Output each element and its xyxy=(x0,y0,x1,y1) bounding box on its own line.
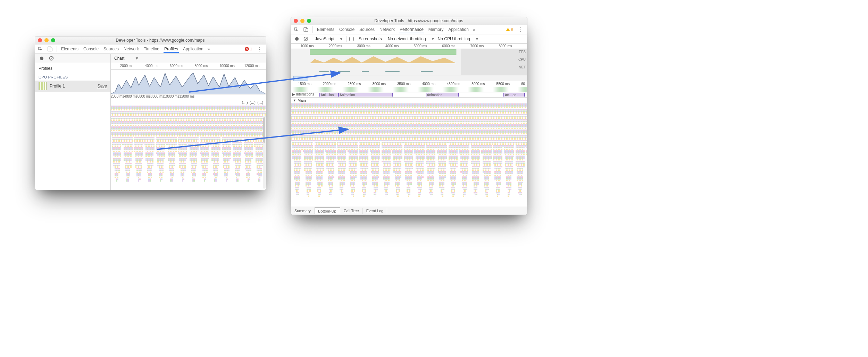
language-selector[interactable]: JavaScript▼ xyxy=(315,36,343,41)
separator xyxy=(312,36,312,42)
menu-kebab-icon[interactable]: ⋮ xyxy=(256,46,264,52)
close-icon[interactable] xyxy=(38,38,42,42)
zoom-thumb[interactable] xyxy=(293,76,308,81)
collapse-icon[interactable]: ▼ xyxy=(293,99,296,102)
interactions-label: Interactions xyxy=(296,92,314,96)
screenshots-checkbox[interactable] xyxy=(349,37,354,41)
cpu-waveform[interactable] xyxy=(111,70,266,94)
inspect-icon[interactable] xyxy=(37,46,43,52)
tab-sources[interactable]: Sources xyxy=(103,45,119,53)
device-toggle-icon[interactable] xyxy=(303,26,309,33)
tab-sources[interactable]: Sources xyxy=(359,26,375,33)
warning-count: 6 xyxy=(511,27,513,32)
inspect-icon[interactable] xyxy=(293,26,299,33)
svg-rect-10 xyxy=(310,49,456,55)
clear-icon[interactable] xyxy=(48,55,55,61)
tabs-overflow-icon[interactable]: » xyxy=(473,27,475,32)
top-row-ellipsis: (…) (…) (…) xyxy=(111,101,266,106)
animation-segment[interactable]: Animation xyxy=(338,93,393,97)
tab-summary[interactable]: Summary xyxy=(291,208,315,214)
titlebar[interactable]: Developer Tools - https://www.google.com… xyxy=(35,36,266,44)
devtools-window-new: Developer Tools - https://www.google.com… xyxy=(291,17,527,215)
animation-segment[interactable]: Animation xyxy=(426,93,459,97)
minimize-icon[interactable] xyxy=(44,38,49,42)
frames-track[interactable] xyxy=(291,87,527,92)
tabs-overflow-icon[interactable]: » xyxy=(208,47,210,51)
devtools-window-old: Developer Tools - https://www.google.com… xyxy=(35,36,266,190)
sidebar-header: Profiles xyxy=(35,63,110,74)
comparison-stage: Developer Tools - https://www.google.com… xyxy=(10,10,858,347)
tab-console[interactable]: Console xyxy=(83,45,99,53)
minimize-icon[interactable] xyxy=(300,19,304,23)
tab-network[interactable]: Network xyxy=(123,45,140,53)
maximize-icon[interactable] xyxy=(307,19,311,23)
tab-bottom-up[interactable]: Bottom-Up xyxy=(315,207,340,214)
expand-icon[interactable]: ▶ xyxy=(292,92,295,96)
view-selector[interactable]: Chart xyxy=(114,56,124,61)
profile-item[interactable]: Profile 1 Save xyxy=(35,81,110,92)
record-icon[interactable] xyxy=(294,36,300,42)
network-throttle-selector[interactable]: No network throttling▼ xyxy=(388,36,435,41)
tab-memory[interactable]: Memory xyxy=(428,26,444,33)
titlebar[interactable]: Developer Tools - https://www.google.com… xyxy=(291,17,527,25)
chevron-down-icon: ▼ xyxy=(475,36,479,41)
scrollbar-vertical[interactable] xyxy=(263,116,266,189)
profiles-sidebar: Profiles CPU PROFILES Profile 1 Save xyxy=(35,54,111,190)
tab-elements[interactable]: Elements xyxy=(316,26,335,33)
sidebar-category: CPU PROFILES xyxy=(35,74,110,81)
tab-elements[interactable]: Elements xyxy=(60,45,79,53)
tab-application[interactable]: Application xyxy=(448,26,469,33)
overview-dim xyxy=(461,49,527,75)
svg-line-4 xyxy=(50,57,53,60)
main-flame-chart[interactable] xyxy=(291,103,527,207)
overview-pane[interactable]: 1000 ms2000 ms3000 ms4000 ms5000 ms6000 … xyxy=(291,44,527,75)
animation-segment[interactable]: An…on xyxy=(503,93,525,97)
animation-segment[interactable]: Ani…ion xyxy=(319,93,339,97)
tab-application[interactable]: Application xyxy=(182,45,204,53)
tab-network[interactable]: Network xyxy=(379,26,395,33)
tab-console[interactable]: Console xyxy=(339,26,355,33)
profile-main: Chart ▼ 2000 ms4000 ms6000 ms8000 ms1000… xyxy=(111,54,266,190)
zoom-scrollbar[interactable] xyxy=(291,75,527,81)
frame-ruler: 1500 ms2000 ms2500 ms3000 ms3500 ms4000 … xyxy=(291,81,527,87)
overview-ruler: 1000 ms2000 ms3000 ms4000 ms5000 ms6000 … xyxy=(291,44,527,49)
error-count: 1 xyxy=(250,47,252,51)
tab-timeline[interactable]: Timeline xyxy=(143,45,160,53)
warning-icon xyxy=(506,28,510,31)
tab-performance[interactable]: Performance xyxy=(399,26,424,33)
separator xyxy=(385,36,385,42)
warning-badge[interactable]: 6 xyxy=(506,27,513,32)
svg-rect-1 xyxy=(50,48,52,51)
error-badge[interactable]: ✕ 1 xyxy=(245,47,252,51)
screenshots-toggle[interactable]: Screenshots xyxy=(349,36,382,41)
profile-icon xyxy=(39,82,47,90)
error-icon: ✕ xyxy=(245,47,249,51)
window-title: Developer Tools - https://www.google.com… xyxy=(57,38,263,43)
interactions-track[interactable]: ▶ Interactions Ani…ionAnimationAnimation… xyxy=(291,92,527,98)
chevron-down-icon: ▼ xyxy=(431,36,435,41)
separator xyxy=(57,46,57,52)
device-toggle-icon[interactable] xyxy=(47,46,53,52)
flame-chart[interactable] xyxy=(111,106,266,190)
save-link[interactable]: Save xyxy=(98,84,107,89)
record-icon[interactable] xyxy=(39,55,45,61)
chevron-down-icon[interactable]: ▼ xyxy=(135,56,139,61)
tab-profiles[interactable]: Profiles xyxy=(164,45,179,53)
close-icon[interactable] xyxy=(294,19,298,23)
maximize-icon[interactable] xyxy=(51,38,55,42)
cpu-throttle-selector[interactable]: No CPU throttling▼ xyxy=(438,36,479,41)
tab-event-log[interactable]: Event Log xyxy=(363,208,387,214)
svg-line-9 xyxy=(305,38,307,40)
window-title: Developer Tools - https://www.google.com… xyxy=(313,18,524,23)
profile-label: Profile 1 xyxy=(50,84,65,89)
top-tabs: Elements Console Sources Network Timelin… xyxy=(35,44,266,54)
clear-icon[interactable] xyxy=(303,36,309,42)
separator xyxy=(346,36,347,42)
main-track-header[interactable]: ▼ Main xyxy=(291,98,527,103)
tab-call-tree[interactable]: Call Tree xyxy=(340,208,363,214)
svg-point-2 xyxy=(40,57,43,60)
frame-ruler: 2000 ms4000 ms6000 ms8000 ms10000 ms1200… xyxy=(111,94,266,101)
perf-toolbar: JavaScript▼ Screenshots No network throt… xyxy=(291,34,527,44)
menu-kebab-icon[interactable]: ⋮ xyxy=(517,26,525,33)
separator xyxy=(312,26,313,33)
